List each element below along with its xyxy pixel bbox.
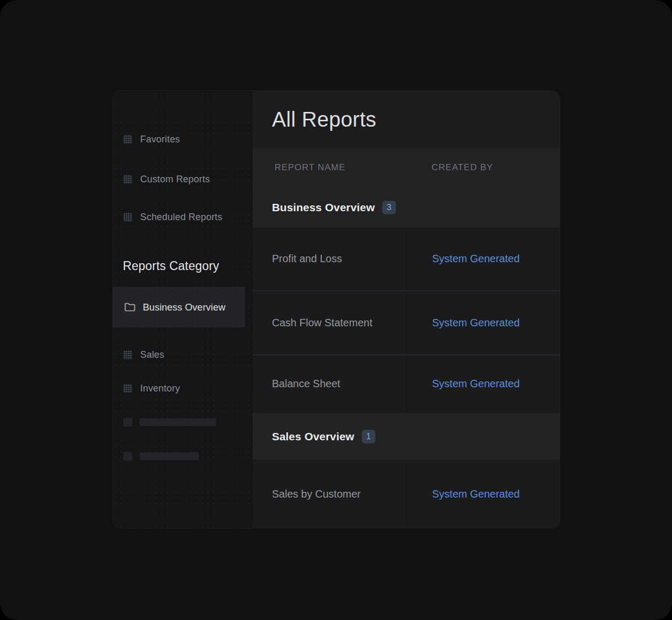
scheduled-reports-icon — [123, 213, 132, 222]
page-title: All Reports — [272, 108, 376, 131]
group-row-business-overview[interactable]: Business Overview 3 — [253, 187, 560, 228]
sidebar-item-favorites[interactable]: Favorites — [113, 131, 253, 148]
group-count-badge: 3 — [382, 201, 396, 214]
report-created-by: System Generated — [406, 291, 560, 355]
skeleton-bar — [140, 418, 216, 426]
sidebar-item-label: Custom Reports — [140, 174, 210, 185]
sidebar-item-label: Favorites — [140, 134, 180, 145]
sidebar-item-label: Scheduled Reports — [140, 212, 223, 223]
report-row-profit-and-loss[interactable]: Profit and Loss System Generated — [253, 228, 560, 291]
sales-icon — [123, 350, 132, 359]
reports-category-heading: Reports Category — [123, 259, 219, 273]
sidebar-category-business-overview-selected[interactable]: Business Overview — [113, 287, 245, 327]
folder-icon — [124, 303, 135, 312]
custom-reports-icon — [123, 175, 132, 184]
report-name[interactable]: Cash Flow Statement — [253, 291, 406, 355]
sidebar-item-label: Sales — [140, 349, 164, 360]
title-bar: All Reports — [253, 91, 560, 148]
table-column-header-row: REPORT NAME CREATED BY — [253, 148, 560, 187]
sidebar-item-custom-reports[interactable]: Custom Reports — [113, 171, 253, 188]
group-count-badge: 1 — [362, 430, 375, 443]
skeleton-icon — [123, 418, 132, 427]
skeleton-icon — [123, 452, 132, 461]
favorites-icon — [123, 135, 132, 144]
group-row-sales-overview[interactable]: Sales Overview 1 — [253, 413, 560, 460]
sidebar-skeleton-item — [113, 418, 253, 427]
report-name[interactable]: Sales by Customer — [253, 460, 406, 528]
reports-main: All Reports REPORT NAME CREATED BY Busin… — [253, 91, 560, 528]
sidebar-skeleton-item — [113, 452, 253, 461]
group-name: Business Overview — [272, 201, 375, 214]
table-header-block: REPORT NAME CREATED BY Business Overview… — [253, 148, 560, 228]
group-name: Sales Overview — [272, 430, 354, 443]
report-created-by: System Generated — [406, 228, 560, 291]
sidebar-category-sales[interactable]: Sales — [113, 346, 253, 363]
selected-category-label: Business Overview — [143, 302, 225, 313]
reports-panel: Favorites Custom Reports Scheduled Repor… — [113, 91, 560, 528]
report-row-balance-sheet[interactable]: Balance Sheet System Generated — [253, 355, 560, 413]
sidebar-item-label: Inventory — [140, 383, 180, 394]
column-header-report-name: REPORT NAME — [275, 162, 345, 173]
sidebar-category-inventory[interactable]: Inventory — [113, 380, 253, 397]
report-created-by: System Generated — [406, 460, 560, 528]
report-created-by: System Generated — [406, 355, 560, 413]
app-background: Favorites Custom Reports Scheduled Repor… — [0, 0, 672, 620]
sidebar-item-scheduled-reports[interactable]: Scheduled Reports — [113, 209, 253, 225]
report-row-sales-by-customer[interactable]: Sales by Customer System Generated — [253, 460, 560, 528]
report-name[interactable]: Balance Sheet — [253, 355, 406, 413]
column-header-created-by: CREATED BY — [432, 162, 493, 173]
skeleton-bar — [140, 452, 199, 460]
report-name[interactable]: Profit and Loss — [253, 228, 406, 291]
inventory-icon — [123, 384, 132, 393]
sidebar: Favorites Custom Reports Scheduled Repor… — [113, 91, 253, 528]
report-row-cash-flow-statement[interactable]: Cash Flow Statement System Generated — [253, 291, 560, 355]
